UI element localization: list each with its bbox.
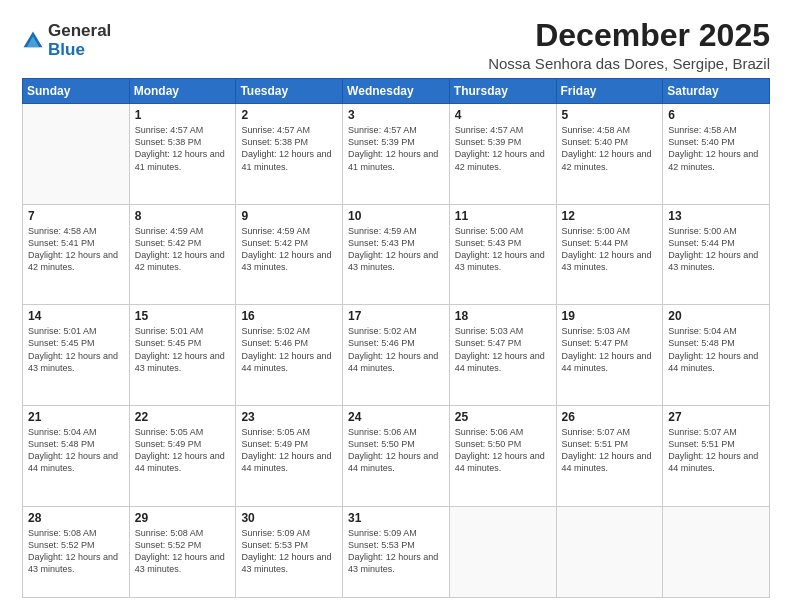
table-cell: 16Sunrise: 5:02 AMSunset: 5:46 PMDayligh…	[236, 305, 343, 406]
cell-details: Sunrise: 5:07 AMSunset: 5:51 PMDaylight:…	[668, 426, 764, 475]
cell-details: Sunrise: 5:00 AMSunset: 5:43 PMDaylight:…	[455, 225, 551, 274]
day-number: 14	[28, 309, 124, 323]
table-cell: 24Sunrise: 5:06 AMSunset: 5:50 PMDayligh…	[343, 405, 450, 506]
table-cell: 22Sunrise: 5:05 AMSunset: 5:49 PMDayligh…	[129, 405, 236, 506]
col-sunday: Sunday	[23, 79, 130, 104]
day-number: 7	[28, 209, 124, 223]
col-friday: Friday	[556, 79, 663, 104]
day-number: 18	[455, 309, 551, 323]
day-number: 16	[241, 309, 337, 323]
day-number: 8	[135, 209, 231, 223]
table-cell: 10Sunrise: 4:59 AMSunset: 5:43 PMDayligh…	[343, 204, 450, 305]
logo: General Blue	[22, 22, 111, 59]
cell-details: Sunrise: 5:01 AMSunset: 5:45 PMDaylight:…	[135, 325, 231, 374]
header-row: Sunday Monday Tuesday Wednesday Thursday…	[23, 79, 770, 104]
week-row-5: 28Sunrise: 5:08 AMSunset: 5:52 PMDayligh…	[23, 506, 770, 598]
header: General Blue December 2025 Nossa Senhora…	[22, 18, 770, 72]
day-number: 23	[241, 410, 337, 424]
location: Nossa Senhora das Dores, Sergipe, Brazil	[488, 55, 770, 72]
day-number: 22	[135, 410, 231, 424]
logo-blue: Blue	[48, 41, 111, 60]
cell-details: Sunrise: 4:59 AMSunset: 5:42 PMDaylight:…	[241, 225, 337, 274]
cell-details: Sunrise: 5:04 AMSunset: 5:48 PMDaylight:…	[668, 325, 764, 374]
cell-details: Sunrise: 5:05 AMSunset: 5:49 PMDaylight:…	[135, 426, 231, 475]
table-cell: 9Sunrise: 4:59 AMSunset: 5:42 PMDaylight…	[236, 204, 343, 305]
cell-details: Sunrise: 5:09 AMSunset: 5:53 PMDaylight:…	[241, 527, 337, 576]
cell-details: Sunrise: 5:07 AMSunset: 5:51 PMDaylight:…	[562, 426, 658, 475]
table-cell: 23Sunrise: 5:05 AMSunset: 5:49 PMDayligh…	[236, 405, 343, 506]
day-number: 20	[668, 309, 764, 323]
day-number: 9	[241, 209, 337, 223]
table-cell: 31Sunrise: 5:09 AMSunset: 5:53 PMDayligh…	[343, 506, 450, 598]
cell-details: Sunrise: 4:57 AMSunset: 5:39 PMDaylight:…	[348, 124, 444, 173]
cell-details: Sunrise: 4:58 AMSunset: 5:40 PMDaylight:…	[562, 124, 658, 173]
week-row-1: 1Sunrise: 4:57 AMSunset: 5:38 PMDaylight…	[23, 104, 770, 205]
table-cell: 30Sunrise: 5:09 AMSunset: 5:53 PMDayligh…	[236, 506, 343, 598]
table-cell: 26Sunrise: 5:07 AMSunset: 5:51 PMDayligh…	[556, 405, 663, 506]
day-number: 5	[562, 108, 658, 122]
table-cell	[23, 104, 130, 205]
cell-details: Sunrise: 4:59 AMSunset: 5:42 PMDaylight:…	[135, 225, 231, 274]
logo-general: General	[48, 22, 111, 41]
table-cell	[449, 506, 556, 598]
cell-details: Sunrise: 5:03 AMSunset: 5:47 PMDaylight:…	[455, 325, 551, 374]
day-number: 19	[562, 309, 658, 323]
table-cell: 7Sunrise: 4:58 AMSunset: 5:41 PMDaylight…	[23, 204, 130, 305]
col-tuesday: Tuesday	[236, 79, 343, 104]
table-cell: 28Sunrise: 5:08 AMSunset: 5:52 PMDayligh…	[23, 506, 130, 598]
cell-details: Sunrise: 5:08 AMSunset: 5:52 PMDaylight:…	[135, 527, 231, 576]
cell-details: Sunrise: 5:03 AMSunset: 5:47 PMDaylight:…	[562, 325, 658, 374]
cell-details: Sunrise: 5:06 AMSunset: 5:50 PMDaylight:…	[455, 426, 551, 475]
table-cell: 12Sunrise: 5:00 AMSunset: 5:44 PMDayligh…	[556, 204, 663, 305]
table-cell	[663, 506, 770, 598]
table-cell: 11Sunrise: 5:00 AMSunset: 5:43 PMDayligh…	[449, 204, 556, 305]
table-cell: 17Sunrise: 5:02 AMSunset: 5:46 PMDayligh…	[343, 305, 450, 406]
table-cell: 20Sunrise: 5:04 AMSunset: 5:48 PMDayligh…	[663, 305, 770, 406]
day-number: 1	[135, 108, 231, 122]
table-cell: 3Sunrise: 4:57 AMSunset: 5:39 PMDaylight…	[343, 104, 450, 205]
table-cell: 13Sunrise: 5:00 AMSunset: 5:44 PMDayligh…	[663, 204, 770, 305]
cell-details: Sunrise: 5:09 AMSunset: 5:53 PMDaylight:…	[348, 527, 444, 576]
cell-details: Sunrise: 5:04 AMSunset: 5:48 PMDaylight:…	[28, 426, 124, 475]
table-cell: 27Sunrise: 5:07 AMSunset: 5:51 PMDayligh…	[663, 405, 770, 506]
cell-details: Sunrise: 4:58 AMSunset: 5:40 PMDaylight:…	[668, 124, 764, 173]
calendar-table: Sunday Monday Tuesday Wednesday Thursday…	[22, 78, 770, 598]
cell-details: Sunrise: 5:08 AMSunset: 5:52 PMDaylight:…	[28, 527, 124, 576]
col-monday: Monday	[129, 79, 236, 104]
table-cell	[556, 506, 663, 598]
week-row-2: 7Sunrise: 4:58 AMSunset: 5:41 PMDaylight…	[23, 204, 770, 305]
page: General Blue December 2025 Nossa Senhora…	[0, 0, 792, 612]
day-number: 30	[241, 511, 337, 525]
week-row-3: 14Sunrise: 5:01 AMSunset: 5:45 PMDayligh…	[23, 305, 770, 406]
day-number: 28	[28, 511, 124, 525]
day-number: 3	[348, 108, 444, 122]
table-cell: 1Sunrise: 4:57 AMSunset: 5:38 PMDaylight…	[129, 104, 236, 205]
table-cell: 14Sunrise: 5:01 AMSunset: 5:45 PMDayligh…	[23, 305, 130, 406]
logo-icon	[22, 30, 44, 52]
day-number: 27	[668, 410, 764, 424]
day-number: 2	[241, 108, 337, 122]
day-number: 10	[348, 209, 444, 223]
table-cell: 25Sunrise: 5:06 AMSunset: 5:50 PMDayligh…	[449, 405, 556, 506]
day-number: 12	[562, 209, 658, 223]
table-cell: 6Sunrise: 4:58 AMSunset: 5:40 PMDaylight…	[663, 104, 770, 205]
table-cell: 18Sunrise: 5:03 AMSunset: 5:47 PMDayligh…	[449, 305, 556, 406]
month-title: December 2025	[488, 18, 770, 53]
col-saturday: Saturday	[663, 79, 770, 104]
table-cell: 2Sunrise: 4:57 AMSunset: 5:38 PMDaylight…	[236, 104, 343, 205]
logo-text: General Blue	[48, 22, 111, 59]
day-number: 15	[135, 309, 231, 323]
title-block: December 2025 Nossa Senhora das Dores, S…	[488, 18, 770, 72]
cell-details: Sunrise: 5:02 AMSunset: 5:46 PMDaylight:…	[348, 325, 444, 374]
table-cell: 21Sunrise: 5:04 AMSunset: 5:48 PMDayligh…	[23, 405, 130, 506]
cell-details: Sunrise: 4:58 AMSunset: 5:41 PMDaylight:…	[28, 225, 124, 274]
cell-details: Sunrise: 4:59 AMSunset: 5:43 PMDaylight:…	[348, 225, 444, 274]
day-number: 21	[28, 410, 124, 424]
cell-details: Sunrise: 5:06 AMSunset: 5:50 PMDaylight:…	[348, 426, 444, 475]
day-number: 29	[135, 511, 231, 525]
day-number: 4	[455, 108, 551, 122]
table-cell: 4Sunrise: 4:57 AMSunset: 5:39 PMDaylight…	[449, 104, 556, 205]
day-number: 25	[455, 410, 551, 424]
table-cell: 8Sunrise: 4:59 AMSunset: 5:42 PMDaylight…	[129, 204, 236, 305]
col-thursday: Thursday	[449, 79, 556, 104]
